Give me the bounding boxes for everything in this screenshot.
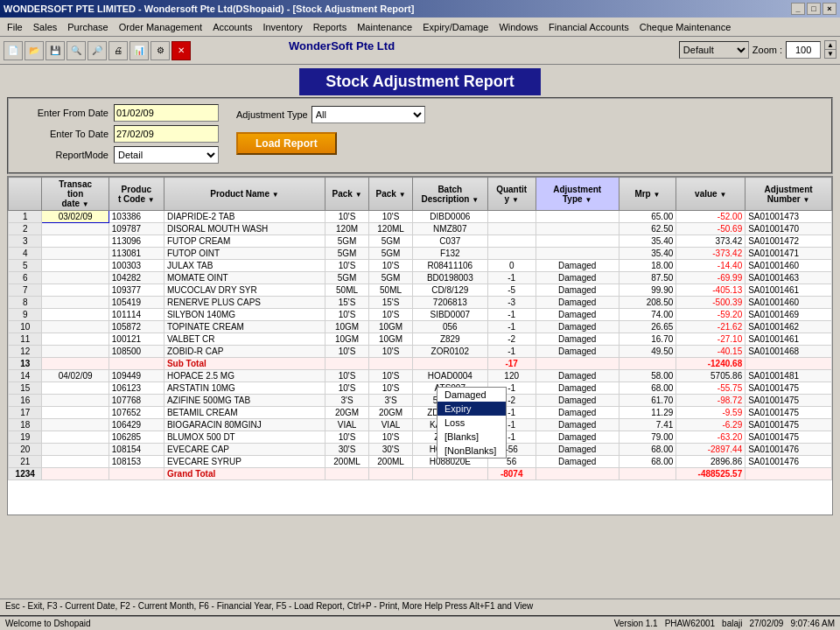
table-cell[interactable]: 79.00 <box>619 431 676 444</box>
table-cell[interactable]: ARSTATIN 10MG <box>164 382 325 395</box>
table-cell[interactable]: 200ML <box>369 456 413 468</box>
table-cell[interactable]: Grand Total <box>164 468 325 480</box>
menu-purchase[interactable]: Purchase <box>62 20 113 34</box>
table-cell[interactable]: 106285 <box>108 431 164 444</box>
table-cell[interactable]: -69.99 <box>676 272 746 284</box>
table-cell[interactable]: -488525.57 <box>676 468 746 480</box>
table-cell[interactable]: 105872 <box>108 321 164 333</box>
table-cell[interactable]: HOPACE 2.5 MG <box>164 370 325 382</box>
col-header-date[interactable]: Transactiondate ▼ <box>42 178 108 211</box>
table-cell[interactable]: NMZ807 <box>413 223 488 235</box>
table-cell[interactable]: DIAPRIDE-2 TAB <box>164 211 325 223</box>
toolbar-settings[interactable]: ⚙ <box>150 41 170 60</box>
table-cell[interactable]: 87.50 <box>619 272 676 284</box>
table-cell[interactable]: -5 <box>487 284 536 297</box>
table-cell[interactable]: 2896.86 <box>676 456 746 468</box>
table-cell[interactable]: 5GM <box>369 248 413 260</box>
table-cell[interactable]: Damaged <box>536 431 619 444</box>
table-cell[interactable] <box>536 358 619 370</box>
table-cell[interactable]: -98.72 <box>676 395 746 407</box>
table-cell[interactable]: 109449 <box>108 370 164 382</box>
table-cell[interactable]: 208.50 <box>619 297 676 309</box>
table-cell[interactable] <box>42 248 108 260</box>
table-cell[interactable]: BD0198003 <box>413 272 488 284</box>
from-date-input[interactable] <box>114 104 219 122</box>
table-cell[interactable]: 99.90 <box>619 284 676 297</box>
table-cell[interactable]: Damaged <box>536 382 619 395</box>
table-cell[interactable]: BETAMIL CREAM <box>164 407 325 419</box>
table-cell[interactable]: 109377 <box>108 284 164 297</box>
table-cell[interactable]: 7.41 <box>619 419 676 431</box>
table-cell[interactable] <box>487 211 536 223</box>
table-cell[interactable] <box>42 235 108 248</box>
table-cell[interactable]: 16.70 <box>619 333 676 346</box>
table-cell[interactable]: SA01001475 <box>746 407 832 419</box>
table-cell[interactable]: Damaged <box>536 444 619 456</box>
table-cell[interactable]: SA01001476 <box>746 456 832 468</box>
table-cell[interactable] <box>413 358 488 370</box>
table-cell[interactable]: 100303 <box>108 260 164 272</box>
table-cell[interactable] <box>42 431 108 444</box>
menu-maintenance[interactable]: Maintenance <box>352 20 417 34</box>
table-cell[interactable]: 5GM <box>369 272 413 284</box>
table-cell[interactable]: 10'S <box>369 382 413 395</box>
menu-expiry-damage[interactable]: Expiry/Damage <box>417 20 494 34</box>
table-cell[interactable]: Damaged <box>536 346 619 358</box>
menu-windows[interactable]: Windows <box>494 20 543 34</box>
menu-inventory[interactable]: Inventory <box>257 20 307 34</box>
table-cell[interactable] <box>42 407 108 419</box>
table-cell[interactable] <box>369 468 413 480</box>
table-cell[interactable]: FUTOP CREAM <box>164 235 325 248</box>
table-cell[interactable] <box>42 223 108 235</box>
col-header-batch[interactable]: BatchDescription ▼ <box>413 178 488 211</box>
table-cell[interactable]: 5705.86 <box>676 370 746 382</box>
table-cell[interactable]: 03/02/09 <box>42 211 108 223</box>
table-cell[interactable]: CD/8/129 <box>413 284 488 297</box>
table-cell[interactable]: -63.20 <box>676 431 746 444</box>
toolbar-close[interactable]: ✕ <box>172 41 191 60</box>
report-mode-select[interactable]: Detail Summary <box>114 146 219 164</box>
table-cell[interactable]: AZIFINE 500MG TAB <box>164 395 325 407</box>
menu-sales[interactable]: Sales <box>28 20 63 34</box>
table-cell[interactable]: 10GM <box>326 321 369 333</box>
table-cell[interactable]: 100121 <box>108 333 164 346</box>
table-cell[interactable] <box>42 358 108 370</box>
table-cell[interactable]: -6.29 <box>676 419 746 431</box>
table-cell[interactable]: MOMATE OINT <box>164 272 325 284</box>
table-cell[interactable]: 120 <box>487 370 536 382</box>
table-cell[interactable]: SA01001471 <box>746 248 832 260</box>
table-cell[interactable]: SA01001476 <box>746 444 832 456</box>
table-cell[interactable]: SA01001481 <box>746 370 832 382</box>
menu-reports[interactable]: Reports <box>308 20 353 34</box>
table-cell[interactable]: 18.00 <box>619 260 676 272</box>
table-cell[interactable]: 10GM <box>369 321 413 333</box>
table-cell[interactable]: 104282 <box>108 272 164 284</box>
default-dropdown[interactable]: Default <box>679 41 749 59</box>
table-cell[interactable]: SILYBON 140MG <box>164 309 325 321</box>
table-cell[interactable]: 108154 <box>108 444 164 456</box>
table-cell[interactable]: -40.15 <box>676 346 746 358</box>
table-cell[interactable]: 056 <box>413 321 488 333</box>
table-cell[interactable] <box>42 260 108 272</box>
table-cell[interactable] <box>369 358 413 370</box>
table-cell[interactable]: MUCOCLAV DRY SYR <box>164 284 325 297</box>
table-cell[interactable]: 10'S <box>326 431 369 444</box>
table-cell[interactable]: 30'S <box>326 444 369 456</box>
col-header-qty[interactable]: Quantity ▼ <box>487 178 536 211</box>
table-cell[interactable] <box>619 468 676 480</box>
table-cell[interactable] <box>108 358 164 370</box>
table-cell[interactable]: JULAX TAB <box>164 260 325 272</box>
table-cell[interactable]: -8074 <box>487 468 536 480</box>
table-cell[interactable] <box>536 235 619 248</box>
table-cell[interactable]: FUTOP OINT <box>164 248 325 260</box>
table-cell[interactable]: 15'S <box>326 297 369 309</box>
minimize-button[interactable]: _ <box>791 3 805 15</box>
table-cell[interactable] <box>413 468 488 480</box>
table-cell[interactable] <box>487 235 536 248</box>
col-header-value[interactable]: value ▼ <box>676 178 746 211</box>
table-cell[interactable]: Sub Total <box>164 358 325 370</box>
table-cell[interactable]: EVECARE SYRUP <box>164 456 325 468</box>
table-cell[interactable]: 10'S <box>369 431 413 444</box>
table-cell[interactable]: 10'S <box>326 260 369 272</box>
zoom-spinner[interactable]: ▲ ▼ <box>824 40 836 59</box>
